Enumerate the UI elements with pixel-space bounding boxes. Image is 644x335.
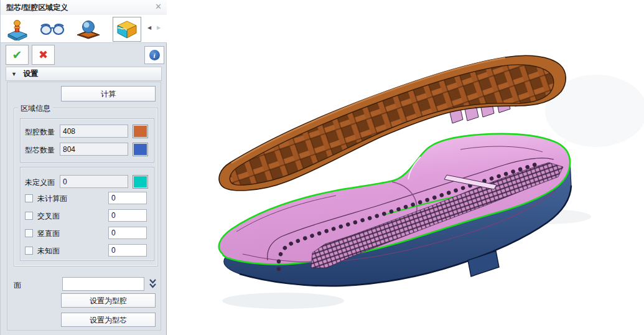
- close-icon[interactable]: ✕: [155, 2, 162, 11]
- settings-expander[interactable]: ▼ 设置: [6, 67, 162, 81]
- viewport-3d[interactable]: [167, 0, 644, 335]
- toe-shadow: [222, 293, 344, 309]
- vertical-faces-checkbox[interactable]: [25, 229, 33, 237]
- uncalculated-faces-label: 未计算面: [37, 194, 67, 204]
- uncalculated-faces-input[interactable]: [108, 192, 147, 204]
- set-as-cavity-button[interactable]: 设置为型腔: [61, 293, 156, 308]
- unknown-faces-checkbox[interactable]: [25, 247, 33, 255]
- cavity-count-label: 型腔数量: [25, 127, 55, 138]
- set-as-core-button[interactable]: 设置为型芯: [61, 313, 156, 327]
- region-info-label: 区域信息: [18, 103, 53, 114]
- crossover-faces-input[interactable]: [108, 209, 147, 222]
- mold-stamp-icon: [6, 18, 29, 40]
- ok-button[interactable]: ✔: [6, 45, 29, 65]
- tab-mold-stamp[interactable]: [3, 17, 32, 42]
- info-icon: i: [149, 50, 160, 60]
- dialog-tab-strip: ◀ ▶: [1, 15, 167, 43]
- cavity-color-swatch[interactable]: [133, 125, 148, 138]
- glasses-icon: [40, 20, 65, 39]
- core-color-swatch[interactable]: [133, 143, 148, 156]
- core-count-label: 型芯数量: [25, 145, 55, 156]
- tab-next-arrow-icon[interactable]: ▶: [157, 25, 161, 31]
- calculate-button[interactable]: 计算: [61, 86, 156, 101]
- ok-check-icon: ✔: [12, 49, 22, 61]
- undefined-faces-input[interactable]: [60, 175, 128, 188]
- info-button[interactable]: i: [144, 46, 164, 64]
- tab-glasses[interactable]: [38, 17, 67, 42]
- cancel-button[interactable]: ✖: [32, 45, 55, 65]
- uncalculated-faces-checkbox[interactable]: [25, 194, 33, 202]
- unknown-faces-label: 未知面: [37, 246, 60, 257]
- vertical-faces-input[interactable]: [108, 227, 147, 239]
- crossover-faces-checkbox[interactable]: [25, 212, 33, 220]
- collapse-triangle-icon: ▼: [11, 71, 17, 77]
- cavity-count-input[interactable]: [60, 125, 128, 138]
- core-cavity-box-icon: [115, 19, 139, 40]
- cancel-x-icon: ✖: [39, 49, 48, 60]
- unknown-faces-input[interactable]: [108, 244, 147, 257]
- tab-region-sphere[interactable]: [74, 17, 103, 42]
- dialog-titlebar[interactable]: 型芯/型腔区域定义 ✕: [1, 0, 167, 16]
- vertical-faces-label: 竖直面: [37, 229, 60, 239]
- dialog-title: 型芯/型腔区域定义: [6, 2, 68, 13]
- shoe-sole-scene: [167, 0, 644, 335]
- settings-panel: 计算 区域信息 型腔数量 型芯数量 未定义面 未计算面 交叉面 竖直面 未知面 …: [7, 82, 161, 331]
- crossover-faces-label: 交叉面: [37, 211, 60, 222]
- tab-prev-arrow-icon[interactable]: ◀: [147, 25, 151, 31]
- sphere-region-icon: [76, 19, 101, 40]
- face-select-input[interactable]: [62, 277, 144, 291]
- face-label: 面: [14, 280, 21, 291]
- core-count-input[interactable]: [60, 143, 128, 156]
- undefined-color-swatch[interactable]: [133, 175, 148, 189]
- tab-core-cavity-active[interactable]: [113, 17, 141, 42]
- double-chevron-down-icon[interactable]: [148, 278, 157, 290]
- settings-header-label: 设置: [23, 69, 38, 78]
- core-cavity-region-dialog: 型芯/型腔区域定义 ✕: [0, 0, 167, 335]
- undefined-faces-label: 未定义面: [25, 177, 55, 188]
